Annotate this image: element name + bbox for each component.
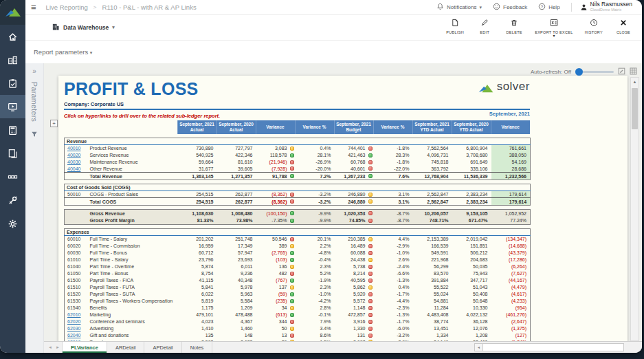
cell-value: 50 bbox=[256, 325, 296, 332]
table-row: 62040Gift and donations135148138.6%131-3… bbox=[65, 332, 531, 339]
account-code-link[interactable]: 40030 bbox=[67, 160, 80, 164]
value-text: 0.4% bbox=[399, 285, 410, 290]
cell-value: 221,968 bbox=[413, 257, 452, 263]
cell-value: 50,035 bbox=[452, 263, 491, 270]
report-parameters-bar: Report parameters ▾ bbox=[25, 40, 642, 63]
account-code-link[interactable]: 62040 bbox=[67, 333, 80, 338]
tab-apdetail[interactable]: APDetail bbox=[144, 342, 181, 353]
tab-next-icon[interactable]: ► bbox=[56, 345, 60, 349]
cell-value: (134,347) bbox=[491, 236, 531, 243]
horizontal-scrollbar[interactable]: ◄ bbox=[474, 343, 624, 351]
table-row: 60020Full Time - Commission16,95917,3493… bbox=[65, 243, 531, 250]
account-code-link[interactable]: 62020 bbox=[67, 319, 80, 324]
tab-notes[interactable]: Notes bbox=[182, 342, 213, 353]
sidebar-item-process-flow[interactable] bbox=[0, 165, 25, 188]
edit-button[interactable]: EDIT bbox=[476, 17, 493, 34]
table-row: 62020Conference and seminars4,0234,36734… bbox=[65, 318, 531, 325]
account-code-link[interactable]: 40040 bbox=[67, 166, 80, 171]
warehouse-icon bbox=[52, 23, 60, 32]
scroll-up-icon[interactable]: ▲ bbox=[631, 78, 639, 87]
app-logo[interactable] bbox=[0, 0, 25, 25]
account-code-link[interactable]: 40010 bbox=[67, 146, 80, 151]
tab-prev-icon[interactable]: ◄ bbox=[48, 345, 52, 349]
cell-value: 54,169 bbox=[491, 159, 531, 166]
budget-indicator-red bbox=[368, 292, 373, 296]
annotate-icon[interactable] bbox=[618, 65, 625, 78]
sidebar-item-live-reporting[interactable] bbox=[0, 95, 25, 118]
grid-view-icon[interactable] bbox=[630, 65, 637, 78]
breadcrumb: Live Reporting>R110 - P&L - with AR & AP… bbox=[46, 3, 197, 11]
sidebar-item-documents[interactable] bbox=[0, 142, 25, 165]
table-row: 62010Marketing479,101478,488(613)-0.1%47… bbox=[65, 312, 531, 318]
report-toolbar: Data Warehouse ▾ PUBLISHEDITDELETEEXPORT… bbox=[25, 15, 642, 40]
history-label: HISTORY bbox=[585, 30, 603, 34]
sidebar-item-admin-tools[interactable] bbox=[0, 188, 25, 212]
vertical-scrollbar[interactable]: ▲ bbox=[630, 77, 639, 341]
publish-button[interactable]: PUBLISH bbox=[446, 17, 464, 34]
sidebar-item-reporting[interactable] bbox=[0, 48, 25, 72]
value-text: 40,601 bbox=[351, 166, 365, 171]
section-title: Expenses bbox=[65, 229, 531, 236]
account-code-link[interactable]: 62010 bbox=[67, 312, 80, 317]
table-row: 61540Benefits1,1751,209342.8%1,148-2.3%1… bbox=[65, 305, 531, 312]
table-row: 61500Payroll Taxes - FICA41,11540,348(76… bbox=[65, 277, 531, 284]
value-text: 23,796 bbox=[199, 257, 213, 262]
cell-value: 50,546 bbox=[256, 236, 296, 243]
account-name: Advertising bbox=[90, 325, 178, 332]
value-text: 2.8% bbox=[320, 305, 331, 310]
tab-plvariance[interactable]: PLVariance bbox=[62, 342, 107, 353]
cell-value: -3.2% bbox=[296, 198, 335, 206]
user-menu[interactable]: Nils Rasmussen CloudDemo Matrix bbox=[580, 1, 632, 14]
cell-value: 727,797 bbox=[217, 145, 256, 152]
value-text: 2.3% bbox=[320, 264, 331, 269]
value-text: 251,748 bbox=[235, 237, 252, 241]
account-code-link[interactable]: 62030 bbox=[67, 326, 80, 331]
value-text: 201,202 bbox=[196, 237, 213, 241]
topbar-notifications[interactable]: Notifications▾ bbox=[436, 3, 482, 12]
value-text: (7,928) bbox=[271, 166, 287, 171]
export-to-excel-button[interactable]: EXPORT TO EXCEL▾ bbox=[535, 17, 573, 38]
account-name: Total Revenue bbox=[90, 173, 178, 180]
cell-value: -1.0% bbox=[374, 250, 413, 257]
value-text: 38,774 bbox=[434, 319, 448, 324]
topbar-help[interactable]: ?Help bbox=[538, 3, 559, 12]
account-name: Marketing bbox=[90, 312, 178, 318]
value-text: 1,208 bbox=[476, 333, 488, 338]
sidebar-item-home[interactable] bbox=[0, 25, 25, 48]
account-code-cell: 50010 bbox=[65, 191, 90, 198]
topbar-feedback[interactable]: Feedback bbox=[493, 3, 527, 12]
history-button[interactable]: HISTORY bbox=[585, 17, 603, 34]
data-source-dropdown[interactable]: Data Warehouse ▾ bbox=[52, 23, 115, 32]
sidebar-item-budgeting[interactable] bbox=[0, 118, 25, 142]
slider-handle[interactable] bbox=[575, 68, 583, 76]
value-text: (7,627) bbox=[511, 271, 526, 276]
budget-indicator-yellow bbox=[368, 258, 373, 262]
close-button[interactable]: CLOSE bbox=[614, 17, 632, 34]
report-parameters-dropdown[interactable]: Report parameters ▾ bbox=[34, 48, 92, 56]
help-icon: ? bbox=[538, 3, 546, 12]
scrollbar-thumb[interactable] bbox=[632, 88, 638, 129]
cell-value: 246,880 bbox=[335, 191, 374, 198]
sidebar-item-tasks[interactable] bbox=[0, 72, 25, 95]
breadcrumb-item[interactable]: R110 - P&L - with AR & AP Links bbox=[102, 3, 197, 11]
hamburger-menu-icon[interactable]: ≡ bbox=[31, 3, 36, 12]
cell-value: 57,947 bbox=[217, 250, 256, 257]
sidebar-item-settings[interactable] bbox=[0, 212, 25, 235]
account-code-link[interactable]: 40020 bbox=[67, 153, 80, 157]
value-text: 131 bbox=[357, 333, 366, 338]
value-text: 1,334 bbox=[436, 333, 449, 338]
expand-panel-icon[interactable]: » bbox=[32, 67, 36, 75]
variance-indicator-yellow bbox=[290, 327, 294, 331]
cell-value: 4,023 bbox=[178, 318, 217, 325]
outline-expand-button[interactable]: + bbox=[50, 120, 58, 127]
budget-indicator-red bbox=[368, 211, 373, 215]
breadcrumb-item[interactable]: Live Reporting bbox=[46, 3, 88, 11]
scrollbar-track[interactable] bbox=[483, 343, 624, 351]
cell-value: 40,348 bbox=[217, 277, 256, 284]
auto-refresh-slider[interactable] bbox=[575, 71, 614, 73]
tab-ardetail[interactable]: ARDetail bbox=[107, 342, 145, 353]
filter-funnel-icon[interactable] bbox=[31, 128, 38, 140]
delete-button[interactable]: DELETE bbox=[505, 17, 523, 34]
scroll-left-icon[interactable]: ◄ bbox=[474, 343, 483, 351]
cell-value: 91,788 bbox=[256, 173, 296, 180]
